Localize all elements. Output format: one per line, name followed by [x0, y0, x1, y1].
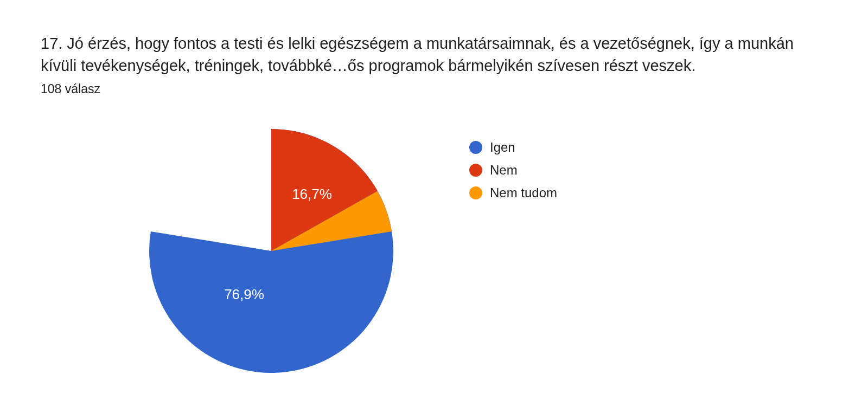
legend-swatch-nem: [469, 164, 482, 177]
legend-item-nemtudom: Nem tudom: [469, 185, 557, 201]
legend-label-nemtudom: Nem tudom: [490, 185, 557, 201]
legend-swatch-nemtudom: [469, 186, 482, 199]
response-count: 108 válasz: [41, 82, 827, 96]
legend-item-igen: Igen: [469, 140, 557, 155]
chart-area: 76,9% 16,7% Igen Nem Nem tudom: [41, 118, 827, 373]
pie-svg: [149, 129, 393, 373]
legend-item-nem: Nem: [469, 163, 557, 178]
legend-label-nem: Nem: [490, 163, 518, 178]
legend-swatch-igen: [469, 141, 482, 154]
pie-chart: 76,9% 16,7%: [149, 129, 393, 373]
legend: Igen Nem Nem tudom: [469, 129, 557, 201]
legend-label-igen: Igen: [490, 140, 515, 155]
pie-label-igen: 76,9%: [224, 286, 264, 303]
pie-label-nem: 16,7%: [292, 186, 332, 203]
chart-title: 17. Jó érzés, hogy fontos a testi és lel…: [41, 33, 827, 76]
